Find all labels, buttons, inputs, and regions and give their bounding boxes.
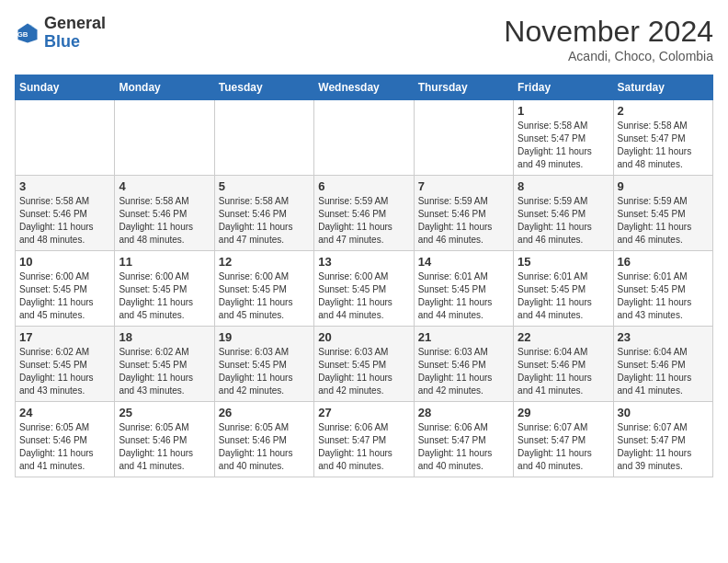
day-info: Sunrise: 6:01 AMSunset: 5:45 PMDaylight:…	[418, 270, 509, 322]
calendar-cell	[314, 100, 414, 176]
day-info: Sunrise: 5:58 AMSunset: 5:47 PMDaylight:…	[518, 120, 609, 171]
day-info: Sunrise: 6:05 AMSunset: 5:46 PMDaylight:…	[119, 421, 210, 473]
day-info: Sunrise: 6:02 AMSunset: 5:45 PMDaylight:…	[119, 346, 210, 397]
calendar-row: 10Sunrise: 6:00 AMSunset: 5:45 PMDayligh…	[16, 251, 713, 327]
calendar-table: SundayMondayTuesdayWednesdayThursdayFrid…	[15, 75, 713, 477]
calendar-cell: 7Sunrise: 5:59 AMSunset: 5:46 PMDaylight…	[414, 176, 513, 251]
logo-general-text: General	[44, 14, 106, 32]
day-info: Sunrise: 5:58 AMSunset: 5:46 PMDaylight:…	[219, 195, 310, 247]
calendar-cell: 15Sunrise: 6:01 AMSunset: 5:45 PMDayligh…	[514, 251, 613, 327]
day-info: Sunrise: 6:06 AMSunset: 5:47 PMDaylight:…	[418, 421, 509, 473]
calendar-cell: 16Sunrise: 6:01 AMSunset: 5:45 PMDayligh…	[613, 251, 712, 327]
day-number: 8	[518, 179, 609, 193]
calendar-row: 17Sunrise: 6:02 AMSunset: 5:45 PMDayligh…	[16, 327, 713, 402]
calendar-cell: 29Sunrise: 6:07 AMSunset: 5:47 PMDayligh…	[514, 402, 613, 477]
day-info: Sunrise: 6:07 AMSunset: 5:47 PMDaylight:…	[518, 421, 609, 473]
weekday-header-monday: Monday	[115, 75, 214, 100]
day-number: 18	[119, 330, 210, 344]
logo: GB General Blue	[15, 15, 106, 52]
day-info: Sunrise: 6:06 AMSunset: 5:47 PMDaylight:…	[318, 421, 409, 473]
day-number: 2	[618, 104, 709, 118]
logo-blue-text: Blue	[44, 32, 80, 51]
weekday-header-tuesday: Tuesday	[214, 75, 313, 100]
day-info: Sunrise: 6:05 AMSunset: 5:46 PMDaylight:…	[219, 421, 310, 473]
day-number: 24	[19, 406, 110, 419]
day-number: 29	[518, 406, 609, 419]
calendar-cell: 30Sunrise: 6:07 AMSunset: 5:47 PMDayligh…	[613, 402, 712, 477]
day-number: 10	[19, 255, 110, 269]
calendar-cell: 2Sunrise: 5:58 AMSunset: 5:47 PMDaylight…	[613, 100, 712, 176]
logo-icon: GB	[15, 20, 40, 46]
day-number: 23	[618, 330, 709, 344]
calendar-cell: 5Sunrise: 5:58 AMSunset: 5:46 PMDaylight…	[214, 176, 313, 251]
day-number: 9	[618, 179, 709, 193]
day-number: 5	[219, 179, 310, 193]
calendar-cell: 28Sunrise: 6:06 AMSunset: 5:47 PMDayligh…	[414, 402, 513, 477]
weekday-header-sunday: Sunday	[16, 75, 115, 100]
day-number: 11	[119, 255, 210, 269]
day-info: Sunrise: 6:01 AMSunset: 5:45 PMDaylight:…	[618, 270, 709, 322]
calendar-row: 24Sunrise: 6:05 AMSunset: 5:46 PMDayligh…	[16, 402, 713, 477]
calendar-cell: 18Sunrise: 6:02 AMSunset: 5:45 PMDayligh…	[115, 327, 214, 402]
day-number: 22	[518, 330, 609, 344]
day-number: 25	[119, 406, 210, 419]
day-info: Sunrise: 5:59 AMSunset: 5:46 PMDaylight:…	[518, 195, 609, 247]
day-info: Sunrise: 6:04 AMSunset: 5:46 PMDaylight:…	[518, 346, 609, 397]
day-number: 1	[518, 104, 609, 118]
day-info: Sunrise: 5:59 AMSunset: 5:46 PMDaylight:…	[318, 195, 409, 247]
calendar-row: 1Sunrise: 5:58 AMSunset: 5:47 PMDaylight…	[16, 100, 713, 176]
calendar-cell	[115, 100, 214, 176]
day-info: Sunrise: 6:00 AMSunset: 5:45 PMDaylight:…	[119, 270, 210, 322]
day-number: 6	[318, 179, 409, 193]
day-info: Sunrise: 6:03 AMSunset: 5:45 PMDaylight:…	[219, 346, 310, 397]
weekday-header-wednesday: Wednesday	[314, 75, 414, 100]
day-number: 4	[119, 179, 210, 193]
day-info: Sunrise: 5:58 AMSunset: 5:46 PMDaylight:…	[119, 195, 210, 247]
calendar-cell: 14Sunrise: 6:01 AMSunset: 5:45 PMDayligh…	[414, 251, 513, 327]
calendar-cell: 10Sunrise: 6:00 AMSunset: 5:45 PMDayligh…	[16, 251, 115, 327]
day-number: 15	[518, 255, 609, 269]
calendar-cell: 4Sunrise: 5:58 AMSunset: 5:46 PMDaylight…	[115, 176, 214, 251]
calendar-cell	[16, 100, 115, 176]
day-number: 16	[618, 255, 709, 269]
logo-text: General Blue	[44, 15, 106, 52]
calendar-cell: 11Sunrise: 6:00 AMSunset: 5:45 PMDayligh…	[115, 251, 214, 327]
day-number: 12	[219, 255, 310, 269]
day-number: 7	[418, 179, 509, 193]
calendar-cell: 26Sunrise: 6:05 AMSunset: 5:46 PMDayligh…	[214, 402, 313, 477]
calendar-cell	[214, 100, 313, 176]
day-info: Sunrise: 5:59 AMSunset: 5:46 PMDaylight:…	[418, 195, 509, 247]
calendar-cell	[414, 100, 513, 176]
day-number: 30	[618, 406, 709, 419]
calendar-cell: 27Sunrise: 6:06 AMSunset: 5:47 PMDayligh…	[314, 402, 414, 477]
day-number: 14	[418, 255, 509, 269]
calendar-cell: 3Sunrise: 5:58 AMSunset: 5:46 PMDaylight…	[16, 176, 115, 251]
day-number: 21	[418, 330, 509, 344]
day-info: Sunrise: 5:58 AMSunset: 5:47 PMDaylight:…	[618, 120, 709, 171]
svg-text:GB: GB	[17, 29, 28, 38]
calendar-row: 3Sunrise: 5:58 AMSunset: 5:46 PMDaylight…	[16, 176, 713, 251]
day-info: Sunrise: 5:59 AMSunset: 5:45 PMDaylight:…	[618, 195, 709, 247]
day-info: Sunrise: 6:04 AMSunset: 5:46 PMDaylight:…	[618, 346, 709, 397]
weekday-header-saturday: Saturday	[613, 75, 712, 100]
page-header: GB General Blue November 2024 Acandi, Ch…	[15, 15, 713, 63]
calendar-cell: 12Sunrise: 6:00 AMSunset: 5:45 PMDayligh…	[214, 251, 313, 327]
calendar-cell: 25Sunrise: 6:05 AMSunset: 5:46 PMDayligh…	[115, 402, 214, 477]
calendar-cell: 17Sunrise: 6:02 AMSunset: 5:45 PMDayligh…	[16, 327, 115, 402]
calendar-cell: 1Sunrise: 5:58 AMSunset: 5:47 PMDaylight…	[514, 100, 613, 176]
day-info: Sunrise: 6:01 AMSunset: 5:45 PMDaylight:…	[518, 270, 609, 322]
weekday-header-thursday: Thursday	[414, 75, 513, 100]
day-info: Sunrise: 6:00 AMSunset: 5:45 PMDaylight:…	[219, 270, 310, 322]
day-info: Sunrise: 6:00 AMSunset: 5:45 PMDaylight:…	[318, 270, 409, 322]
day-number: 3	[19, 179, 110, 193]
calendar-cell: 23Sunrise: 6:04 AMSunset: 5:46 PMDayligh…	[613, 327, 712, 402]
calendar-cell: 8Sunrise: 5:59 AMSunset: 5:46 PMDaylight…	[514, 176, 613, 251]
calendar-cell: 21Sunrise: 6:03 AMSunset: 5:46 PMDayligh…	[414, 327, 513, 402]
day-number: 27	[318, 406, 409, 419]
title-block: November 2024 Acandi, Choco, Colombia	[504, 15, 713, 63]
day-info: Sunrise: 6:07 AMSunset: 5:47 PMDaylight:…	[618, 421, 709, 473]
calendar-cell: 22Sunrise: 6:04 AMSunset: 5:46 PMDayligh…	[514, 327, 613, 402]
day-number: 26	[219, 406, 310, 419]
location-subtitle: Acandi, Choco, Colombia	[504, 49, 713, 63]
day-number: 20	[318, 330, 409, 344]
